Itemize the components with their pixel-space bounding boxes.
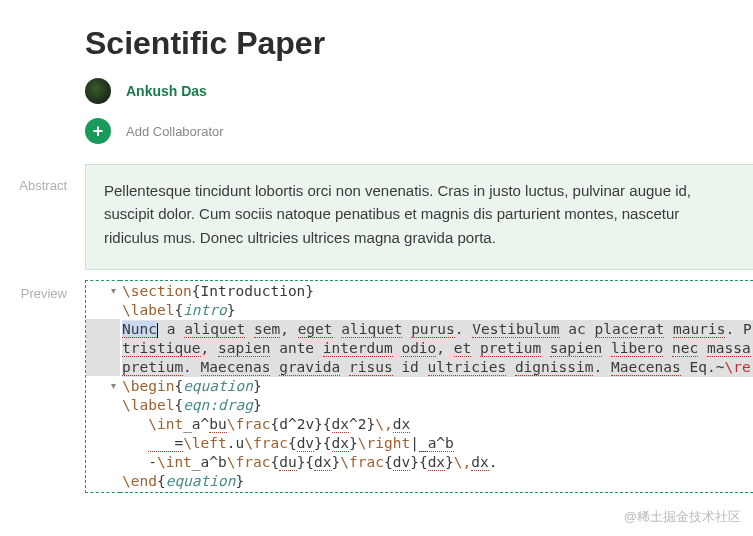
code-line[interactable]: \end{equation} bbox=[122, 472, 753, 491]
code-line[interactable]: \section{Introduction} bbox=[122, 282, 753, 301]
gutter-line bbox=[86, 319, 120, 338]
page-title: Scientific Paper bbox=[85, 25, 753, 62]
watermark: @稀土掘金技术社区 bbox=[624, 508, 741, 526]
code-line[interactable]: pretium. Maecenas gravida risus id ultri… bbox=[122, 358, 753, 377]
code-line[interactable]: \label{intro} bbox=[122, 301, 753, 320]
gutter-line bbox=[86, 300, 120, 319]
owner-row: Ankush Das bbox=[85, 78, 753, 104]
preview-label: Preview bbox=[0, 280, 85, 493]
editor-section: Preview ▾▾ \section{Introduction}\label{… bbox=[0, 280, 753, 493]
code-line[interactable]: Nunc a aliquet sem, eget aliquet purus. … bbox=[122, 320, 753, 339]
code-line[interactable]: tristique, sapien ante interdum odio, et… bbox=[122, 339, 753, 358]
code-line[interactable]: =\left.u\frac{dv}{dx}\right|_a^b bbox=[122, 434, 753, 453]
gutter-line bbox=[86, 338, 120, 357]
fold-arrow-icon[interactable]: ▾ bbox=[86, 376, 120, 395]
owner-name[interactable]: Ankush Das bbox=[126, 83, 207, 99]
add-collaborator-button[interactable]: + bbox=[85, 118, 111, 144]
owner-avatar[interactable] bbox=[85, 78, 111, 104]
code-line[interactable]: -\int_a^b\frac{du}{dx}\frac{dv}{dx}\,dx. bbox=[122, 453, 753, 472]
abstract-section: Abstract Pellentesque tincidunt lobortis… bbox=[0, 164, 753, 270]
abstract-label: Abstract bbox=[0, 164, 85, 270]
plus-icon: + bbox=[93, 121, 104, 142]
editor-gutter[interactable]: ▾▾ bbox=[85, 280, 120, 493]
code-line[interactable]: \int_a^bu\frac{d^2v}{dx^2}\,dx bbox=[122, 415, 753, 434]
gutter-line bbox=[86, 414, 120, 433]
code-editor[interactable]: ▾▾ \section{Introduction}\label{intro}Nu… bbox=[85, 280, 753, 493]
gutter-line bbox=[86, 471, 120, 490]
add-collaborator-label[interactable]: Add Collaborator bbox=[126, 124, 224, 139]
add-collaborator-row: + Add Collaborator bbox=[85, 118, 753, 144]
gutter-line bbox=[86, 452, 120, 471]
document-header: Scientific Paper Ankush Das + Add Collab… bbox=[0, 0, 753, 164]
code-line[interactable]: \begin{equation} bbox=[122, 377, 753, 396]
gutter-line bbox=[86, 433, 120, 452]
editor-code-area[interactable]: \section{Introduction}\label{intro}Nunc … bbox=[120, 280, 753, 493]
fold-arrow-icon[interactable]: ▾ bbox=[86, 281, 120, 300]
abstract-text[interactable]: Pellentesque tincidunt lobortis orci non… bbox=[85, 164, 753, 270]
gutter-line bbox=[86, 357, 120, 376]
gutter-line bbox=[86, 395, 120, 414]
code-line[interactable]: \label{eqn:drag} bbox=[122, 396, 753, 415]
